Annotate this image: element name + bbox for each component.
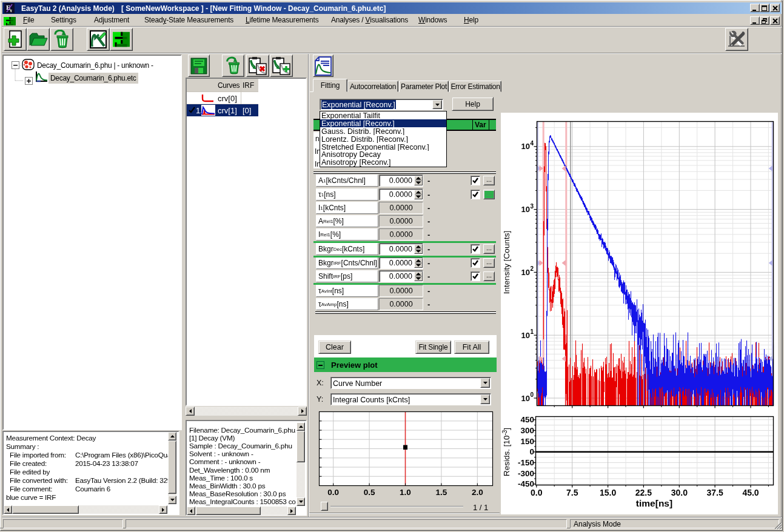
svg-text:1.0: 1.0 [400,488,411,497]
svg-text:Intensity [Counts]: Intensity [Counts] [502,231,511,294]
svg-text:2: 2 [531,265,534,272]
svg-text:300: 300 [520,426,534,435]
svg-text:2.0: 2.0 [472,488,483,497]
svg-text:-300: -300 [518,469,534,478]
svg-text:0.0: 0.0 [531,488,543,497]
svg-text:4: 4 [531,140,534,147]
svg-text:10: 10 [521,331,530,340]
svg-text:22.5: 22.5 [635,488,652,497]
svg-text:450: 450 [520,415,534,424]
svg-text:1.5: 1.5 [436,488,447,497]
svg-text:45.0: 45.0 [742,488,759,497]
svg-text:150: 150 [520,437,534,446]
svg-text:10: 10 [521,205,530,214]
svg-text:10: 10 [521,142,530,151]
svg-text:time[ns]: time[ns] [636,498,672,508]
svg-text:10: 10 [521,394,530,403]
svg-text:10: 10 [521,268,530,277]
svg-text:0.0: 0.0 [327,488,339,497]
svg-text:0.5: 0.5 [364,488,375,497]
svg-text:0: 0 [529,447,534,456]
svg-text:-150: -150 [518,458,534,467]
svg-text:1: 1 [531,328,534,335]
svg-text:15.0: 15.0 [600,488,616,497]
svg-text:7.5: 7.5 [566,488,578,497]
svg-text:37.5: 37.5 [706,488,723,497]
svg-text:0: 0 [531,391,534,398]
svg-text:30.0: 30.0 [671,488,688,497]
svg-text:3: 3 [531,203,534,210]
